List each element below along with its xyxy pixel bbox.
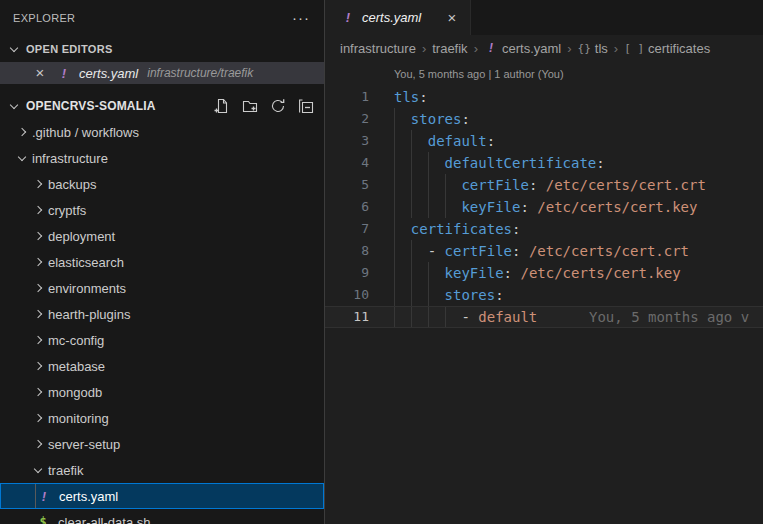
yaml-key: stores — [445, 287, 496, 303]
code-line-7[interactable]: 7 certificates: — [325, 218, 763, 240]
tree-item-traefik[interactable]: traefik — [0, 457, 324, 483]
tree-item--github-workflows[interactable]: .github / workflows — [0, 119, 324, 145]
more-actions-icon[interactable]: ··· — [292, 13, 310, 23]
line-number: 4 — [325, 152, 369, 174]
yaml-key: certFile — [445, 243, 512, 259]
tree-item-environments[interactable]: environments — [0, 275, 324, 301]
indent-guide — [445, 196, 446, 218]
vscode-window: EXPLORER ··· OPEN EDITORS × ! certs.yaml… — [0, 0, 763, 524]
code-line-3[interactable]: 3 default: — [325, 130, 763, 152]
tree-item-label: environments — [48, 281, 126, 296]
tree-item-cryptfs[interactable]: cryptfs — [0, 197, 324, 223]
indent-guide — [445, 174, 446, 196]
code-line-11[interactable]: 11 - defaultYou, 5 months ago v — [325, 306, 763, 328]
workspace-root-name: OPENCRVS-SOMALIA — [26, 99, 156, 113]
indent-guide — [411, 240, 412, 262]
tab-certs-yaml[interactable]: ! certs.yaml × — [325, 0, 471, 35]
chevron-right-icon — [34, 258, 42, 266]
indent-guide — [445, 307, 446, 327]
breadcrumb-item-infrastructure[interactable]: infrastructure — [340, 41, 416, 56]
open-editors-label: OPEN EDITORS — [26, 43, 113, 55]
indent-guide — [394, 284, 395, 306]
new-file-icon[interactable] — [214, 98, 230, 114]
line-number: 10 — [325, 284, 369, 306]
tree-item-certs-yaml[interactable]: !certs.yaml — [0, 483, 324, 509]
tree-item-label: monitoring — [48, 411, 109, 426]
code-line-1[interactable]: 1tls: — [325, 86, 763, 108]
indent-guide — [428, 196, 429, 218]
line-number: 8 — [325, 240, 369, 262]
code-token: : — [596, 155, 604, 171]
chevron-right-icon — [34, 336, 42, 344]
workspace-root-header[interactable]: OPENCRVS-SOMALIA — [0, 93, 324, 119]
yaml-key: keyFile — [445, 265, 504, 281]
code-line-8[interactable]: 8 - certFile: /etc/certs/cert.crt — [325, 240, 763, 262]
tree-item-monitoring[interactable]: monitoring — [0, 405, 324, 431]
code-token: - — [461, 309, 478, 325]
breadcrumb-label: certificates — [648, 41, 710, 56]
yaml-value: /etc/certs/cert.crt — [537, 177, 706, 193]
tree-item-hearth-plugins[interactable]: hearth-plugins — [0, 301, 324, 327]
yaml-value: /etc/certs/cert.key — [512, 265, 681, 281]
chevron-right-icon — [34, 440, 42, 448]
code-line-10[interactable]: 10 stores: — [325, 284, 763, 306]
breadcrumb-item-tls[interactable]: {}tls — [578, 41, 608, 56]
breadcrumb-item-certs-yaml[interactable]: !certs.yaml — [484, 41, 561, 56]
tree-item-mc-config[interactable]: mc-config — [0, 327, 324, 353]
explorer-header: EXPLORER ··· — [0, 0, 324, 36]
tree-item-infrastructure[interactable]: infrastructure — [0, 145, 324, 171]
indent-guide — [394, 218, 395, 240]
breadcrumb-item-traefik[interactable]: traefik — [432, 41, 467, 56]
tree-item-label: mc-config — [48, 333, 104, 348]
tree-item-metabase[interactable]: metabase — [0, 353, 324, 379]
open-editors-section-header[interactable]: OPEN EDITORS — [0, 36, 324, 62]
chevron-right-icon — [34, 388, 42, 396]
yaml-warning-icon: ! — [57, 66, 71, 81]
chevron-right-icon — [34, 232, 42, 240]
tree-item-clear-all-data-sh[interactable]: $clear-all-data.sh — [0, 509, 324, 524]
indent-guide — [428, 284, 429, 306]
new-folder-icon[interactable] — [242, 98, 258, 114]
code-line-5[interactable]: 5 certFile: /etc/certs/cert.crt — [325, 174, 763, 196]
close-tab-icon[interactable]: × — [444, 9, 460, 26]
close-editor-icon[interactable]: × — [33, 66, 47, 80]
line-number: 7 — [325, 218, 369, 240]
refresh-icon[interactable] — [270, 98, 286, 114]
code-line-6[interactable]: 6 keyFile: /etc/certs/cert.key — [325, 196, 763, 218]
indent-guide — [411, 307, 412, 327]
indent-guide — [411, 284, 412, 306]
breadcrumb-separator: › — [567, 41, 571, 56]
tree-item-label: elasticsearch — [48, 255, 124, 270]
yaml-warning-icon: ! — [484, 41, 498, 55]
tree-item-label: metabase — [48, 359, 105, 374]
line-number: 5 — [325, 174, 369, 196]
code-line-9[interactable]: 9 keyFile: /etc/certs/cert.key — [325, 262, 763, 284]
tree-item-elasticsearch[interactable]: elasticsearch — [0, 249, 324, 275]
indent-guide — [394, 108, 395, 130]
yaml-key: stores — [411, 111, 462, 127]
tree-item-deployment[interactable]: deployment — [0, 223, 324, 249]
code-token — [394, 265, 445, 281]
tree-item-server-setup[interactable]: server-setup — [0, 431, 324, 457]
breadcrumb: infrastructure›traefik›!certs.yaml›{}tls… — [325, 35, 763, 61]
open-editor-item-certs-yaml[interactable]: × ! certs.yaml infrastructure/traefik — [0, 62, 324, 84]
yaml-value: /etc/certs/cert.crt — [520, 243, 689, 259]
collapse-all-icon[interactable] — [298, 98, 314, 114]
code-token: : — [495, 287, 503, 303]
indent-guide — [394, 130, 395, 152]
chevron-down-icon — [10, 43, 18, 51]
code-token: : — [504, 265, 512, 281]
codelens-annotation[interactable]: You, 5 months ago | 1 author (You) — [325, 61, 763, 86]
explorer-title: EXPLORER — [13, 12, 75, 24]
indent-guide — [411, 262, 412, 284]
tree-item-label: clear-all-data.sh — [58, 515, 151, 524]
tree-item-backups[interactable]: backups — [0, 171, 324, 197]
indent-guide — [394, 196, 395, 218]
chevron-right-icon — [18, 128, 26, 136]
tree-indent-guide — [35, 484, 36, 508]
tree-item-mongodb[interactable]: mongodb — [0, 379, 324, 405]
yaml-key: defaultCertificate — [445, 155, 597, 171]
code-line-2[interactable]: 2 stores: — [325, 108, 763, 130]
breadcrumb-item-certificates[interactable]: [ ]certificates — [624, 41, 710, 56]
code-line-4[interactable]: 4 defaultCertificate: — [325, 152, 763, 174]
